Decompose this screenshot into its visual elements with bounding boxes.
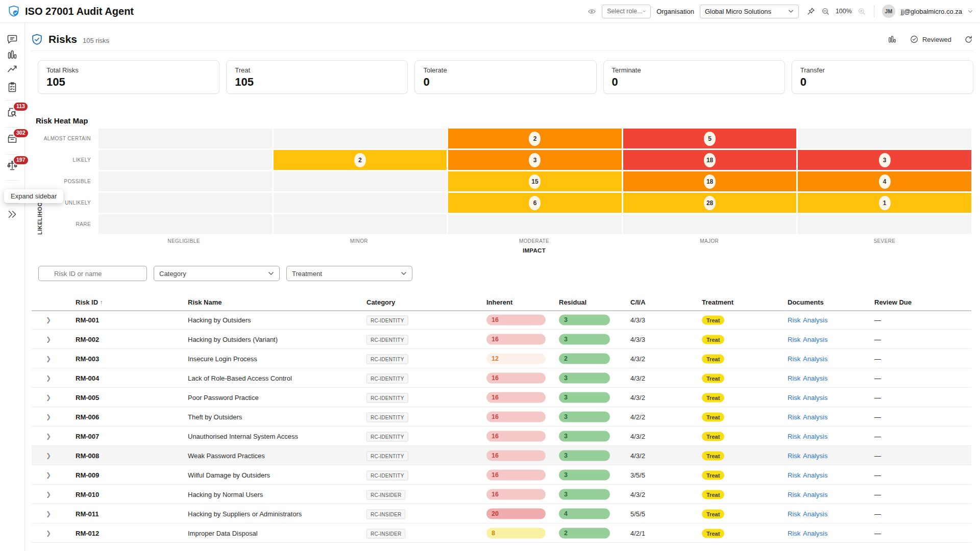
- analysis-document-link[interactable]: Analysis: [803, 490, 827, 498]
- analysis-document-link[interactable]: Analysis: [803, 452, 827, 459]
- column-header-documents[interactable]: Documents: [788, 298, 824, 306]
- expand-sidebar-button[interactable]: [6, 208, 18, 220]
- analysis-document-link[interactable]: Analysis: [803, 529, 827, 537]
- risk-document-link[interactable]: Risk: [788, 452, 800, 459]
- review-due-value: —: [874, 471, 881, 479]
- row-expand-icon[interactable]: ❯: [46, 374, 51, 382]
- heatmap-cell[interactable]: 15: [448, 171, 622, 191]
- risk-document-link[interactable]: Risk: [788, 355, 800, 362]
- heatmap-cell[interactable]: 2: [448, 129, 622, 148]
- heatmap-cell[interactable]: 2: [274, 150, 447, 170]
- heatmap-cell[interactable]: 18: [623, 171, 797, 191]
- chart-view-icon[interactable]: [887, 34, 897, 44]
- avatar[interactable]: JM: [882, 5, 895, 18]
- column-header-review-due[interactable]: Review Due: [874, 298, 912, 306]
- risk-document-link[interactable]: Risk: [788, 490, 800, 498]
- row-expand-icon[interactable]: ❯: [46, 394, 51, 401]
- user-email[interactable]: jj@globalmicro.co.za: [901, 8, 962, 15]
- analysis-document-link[interactable]: Analysis: [803, 432, 827, 440]
- analysis-document-link[interactable]: Analysis: [803, 316, 827, 323]
- main-content: Risks 105 risks Reviewed: [24, 23, 980, 551]
- sidebar-item-chat[interactable]: [6, 33, 18, 45]
- column-header-treatment[interactable]: Treatment: [702, 298, 733, 306]
- sidebar-item-audit-search[interactable]: 113: [6, 106, 18, 118]
- table-row[interactable]: ❯ RM-002 Hacking by Outsiders (Variant) …: [32, 330, 971, 349]
- risk-document-link[interactable]: Risk: [788, 510, 800, 517]
- heatmap-cell[interactable]: 6: [448, 193, 622, 213]
- heatmap-cell[interactable]: 5: [623, 129, 797, 148]
- pin-icon[interactable]: [806, 7, 816, 16]
- heatmap-cell[interactable]: 3: [798, 150, 971, 170]
- risk-document-link[interactable]: Risk: [788, 374, 800, 382]
- treatment-filter-select[interactable]: Treatment: [286, 266, 412, 281]
- heatmap-cell[interactable]: 1: [798, 193, 971, 213]
- risk-name: Hacking by Normal Users: [188, 490, 263, 498]
- risk-document-link[interactable]: Risk: [788, 413, 800, 420]
- app-logo-shield-icon: [7, 5, 20, 18]
- table-row[interactable]: ❯ RM-011 Hacking by Suppliers or Adminis…: [32, 504, 971, 523]
- table-row[interactable]: ❯ RM-005 Poor Password Practice RC-IDENT…: [32, 388, 971, 407]
- zoom-out-icon[interactable]: [821, 7, 830, 16]
- inherent-score-pill: 16: [486, 411, 546, 422]
- heatmap-cell[interactable]: 18: [623, 150, 797, 170]
- badge-count: 302: [13, 128, 29, 138]
- row-expand-icon[interactable]: ❯: [46, 433, 51, 440]
- table-row[interactable]: ❯ RM-006 Theft by Outsiders RC-IDENTITY …: [32, 407, 971, 427]
- table-row[interactable]: ❯ RM-008 Weak Password Practices RC-IDEN…: [32, 446, 971, 465]
- analysis-document-link[interactable]: Analysis: [803, 335, 827, 343]
- sidebar-item-trend[interactable]: [6, 62, 18, 74]
- risk-document-link[interactable]: Risk: [788, 471, 800, 479]
- risk-search-input[interactable]: [38, 266, 147, 281]
- row-expand-icon[interactable]: ❯: [46, 452, 51, 459]
- analysis-document-link[interactable]: Analysis: [803, 374, 827, 382]
- analysis-document-link[interactable]: Analysis: [803, 510, 827, 517]
- row-expand-icon[interactable]: ❯: [46, 471, 51, 479]
- organisation-select[interactable]: Global Micro Solutions: [700, 5, 799, 18]
- sidebar-item-checklist[interactable]: [6, 81, 18, 93]
- table-row[interactable]: ❯ RM-012 Improper Data Disposal RC-INSID…: [32, 523, 971, 543]
- analysis-document-link[interactable]: Analysis: [803, 471, 827, 479]
- sidebar-item-scales[interactable]: 197: [6, 160, 18, 172]
- table-row-partial[interactable]: [32, 547, 971, 551]
- column-header-cia[interactable]: C/I/A: [630, 298, 646, 306]
- risk-document-link[interactable]: Risk: [788, 529, 800, 537]
- row-expand-icon[interactable]: ❯: [46, 355, 51, 362]
- analysis-document-link[interactable]: Analysis: [803, 393, 827, 401]
- column-header-category[interactable]: Category: [366, 298, 395, 306]
- table-row[interactable]: ❯ RM-007 Unauthorised Internal System Ac…: [32, 427, 971, 446]
- column-header-inherent[interactable]: Inherent: [486, 298, 512, 306]
- row-expand-icon[interactable]: ❯: [46, 530, 51, 537]
- row-expand-icon[interactable]: ❯: [46, 316, 51, 323]
- table-row[interactable]: ❯ RM-001 Hacking by Outsiders RC-IDENTIT…: [32, 310, 971, 330]
- table-row[interactable]: ❯ RM-004 Lack of Role-Based Access Contr…: [32, 368, 971, 388]
- row-expand-icon[interactable]: ❯: [46, 510, 51, 517]
- risk-document-link[interactable]: Risk: [788, 316, 800, 323]
- reviewed-button[interactable]: Reviewed: [910, 35, 951, 44]
- refresh-icon[interactable]: [964, 35, 973, 44]
- risk-document-link[interactable]: Risk: [788, 335, 800, 343]
- analysis-document-link[interactable]: Analysis: [803, 355, 827, 362]
- sidebar-item-evidence-box[interactable]: 302: [6, 133, 18, 145]
- category-filter-select[interactable]: Category: [154, 266, 280, 281]
- heatmap-cell[interactable]: 4: [798, 171, 971, 191]
- column-header-residual[interactable]: Residual: [559, 298, 586, 306]
- table-row[interactable]: ❯ RM-009 Wilful Damage by Outsiders RC-I…: [32, 465, 971, 485]
- table-row[interactable]: ❯ RM-010 Hacking by Normal Users RC-INSI…: [32, 485, 971, 504]
- heatmap-cell[interactable]: 28: [623, 193, 797, 213]
- column-header-risk-name[interactable]: Risk Name: [188, 298, 222, 306]
- cia-value: 4/3/2: [630, 355, 645, 362]
- zoom-in-icon[interactable]: [857, 7, 866, 16]
- chevron-down-icon[interactable]: [968, 10, 973, 13]
- sidebar-item-bar-chart[interactable]: [6, 48, 18, 61]
- row-expand-icon[interactable]: ❯: [46, 336, 51, 343]
- row-expand-icon[interactable]: ❯: [46, 413, 51, 420]
- risk-id: RM-007: [76, 432, 99, 440]
- column-header-risk-id[interactable]: Risk ID↑: [76, 298, 103, 306]
- heatmap-cell[interactable]: 3: [448, 150, 622, 170]
- risk-document-link[interactable]: Risk: [788, 393, 800, 401]
- row-expand-icon[interactable]: ❯: [46, 491, 51, 498]
- role-select[interactable]: Select role...: [602, 5, 651, 18]
- risk-document-link[interactable]: Risk: [788, 432, 800, 440]
- analysis-document-link[interactable]: Analysis: [803, 413, 827, 420]
- table-row[interactable]: ❯ RM-003 Insecure Login Process RC-IDENT…: [32, 349, 971, 368]
